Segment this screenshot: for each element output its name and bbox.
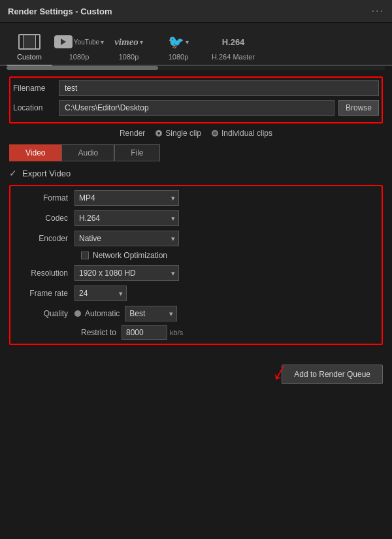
render-options: Render Single clip Individual clips [9,129,383,138]
preset-bar: Custom YouTube ▾ 1080p vimeo ▾ 1080p 🐦 ▾ [0,23,392,66]
browse-button[interactable]: Browse [338,100,379,116]
framerate-label: Frame rate [16,289,74,298]
format-label: Format [16,193,74,203]
tab-file[interactable]: File [114,144,159,161]
single-clip-label: Single clip [165,129,201,138]
title-bar: Render Settings - Custom ··· [0,0,392,23]
location-input[interactable] [59,100,335,116]
tab-video[interactable]: Video [9,144,61,161]
quality-label: Quality [16,309,74,318]
encoder-select[interactable]: Native Hardware [74,231,179,246]
single-clip-option[interactable]: Single clip [155,129,201,138]
codec-select-wrapper: H.264 H.265 ProRes [74,210,179,226]
codec-select[interactable]: H.264 H.265 ProRes [74,210,179,226]
youtube-icon: YouTube ▾ [67,33,91,50]
resolution-label: Resolution [16,269,74,278]
quality-mode-label: Automatic [85,309,120,318]
vimeo-icon: vimeo ▾ [117,33,140,50]
export-video-checkmark[interactable]: ✓ [9,168,17,178]
tab-audio[interactable]: Audio [61,144,114,161]
add-to-render-queue-button[interactable]: Add to Render Queue [282,365,383,384]
quality-select-wrapper: Best High Medium Low [125,306,177,321]
restrict-unit: kb/s [170,329,183,336]
h264-icon: H.264 [221,33,245,50]
individual-clips-label: Individual clips [221,129,272,138]
preset-custom-label: Custom [17,53,42,61]
tabs-row: Video Audio File [9,144,383,161]
filename-row: Filename [13,80,379,96]
render-label: Render [120,129,145,138]
network-optimization-label: Network Optimization [93,251,167,260]
export-video-row: ✓ Export Video [9,168,383,178]
individual-clips-radio[interactable] [212,130,218,137]
filename-input[interactable] [59,80,379,96]
film-icon [18,33,41,50]
location-label: Location [13,103,59,112]
encoder-select-wrapper: Native Hardware [74,231,179,246]
filename-label: Filename [13,84,59,93]
twitter-icon: 🐦 ▾ [167,33,190,50]
location-row: Location Browse [13,100,379,116]
format-row: Format MP4 MOV AVI [16,190,376,206]
preset-custom[interactable]: Custom [7,29,52,66]
network-optimization-row: Network Optimization [81,251,376,260]
bottom-row: ↓ Add to Render Queue [0,358,392,391]
quality-row: Quality Automatic Best High Medium Low [16,306,376,321]
encoder-label: Encoder [16,234,74,243]
main-content: Filename Location Browse Render Single c… [0,70,392,358]
options-icon[interactable]: ··· [372,5,384,17]
quality-radio[interactable] [74,310,81,317]
preset-youtube[interactable]: YouTube ▾ 1080p [56,29,102,65]
encoder-row: Encoder Native Hardware [16,231,376,246]
restrict-row: Restrict to kb/s [81,325,376,340]
video-settings-section: Format MP4 MOV AVI Codec H.264 H.265 Pro… [9,185,383,345]
quality-select[interactable]: Best High Medium Low [125,306,177,321]
window-title: Render Settings - Custom [8,7,112,16]
resolution-select[interactable]: 1920 x 1080 HD 1280 x 720 HD 3840 x 2160… [74,265,179,281]
resolution-select-wrapper: 1920 x 1080 HD 1280 x 720 HD 3840 x 2160… [74,265,179,281]
preset-twitter[interactable]: 🐦 ▾ 1080p [155,29,201,65]
preset-youtube-label: 1080p [69,53,90,61]
resolution-row: Resolution 1920 x 1080 HD 1280 x 720 HD … [16,265,376,281]
preset-vimeo-label: 1080p [119,53,139,61]
preset-twitter-label: 1080p [169,53,189,61]
export-video-label: Export Video [22,169,71,178]
individual-clips-option[interactable]: Individual clips [212,129,272,138]
framerate-row: Frame rate 24 25 29.97 30 60 [16,286,376,301]
preset-h264-label: H.264 Master [212,53,255,61]
network-optimization-checkbox[interactable] [81,252,89,259]
restrict-input[interactable] [122,325,167,340]
format-select-wrapper: MP4 MOV AVI [74,190,179,206]
framerate-select[interactable]: 24 25 29.97 30 60 [74,286,127,301]
codec-row: Codec H.264 H.265 ProRes [16,210,376,226]
codec-label: Codec [16,214,74,223]
preset-h264[interactable]: H.264 H.264 Master [205,29,261,65]
format-select[interactable]: MP4 MOV AVI [74,190,179,206]
single-clip-radio[interactable] [155,130,162,137]
framerate-select-wrapper: 24 25 29.97 30 60 [74,286,127,301]
preset-vimeo[interactable]: vimeo ▾ 1080p [106,29,152,65]
filename-location-section: Filename Location Browse [9,76,383,123]
restrict-label: Restrict to [81,328,116,337]
